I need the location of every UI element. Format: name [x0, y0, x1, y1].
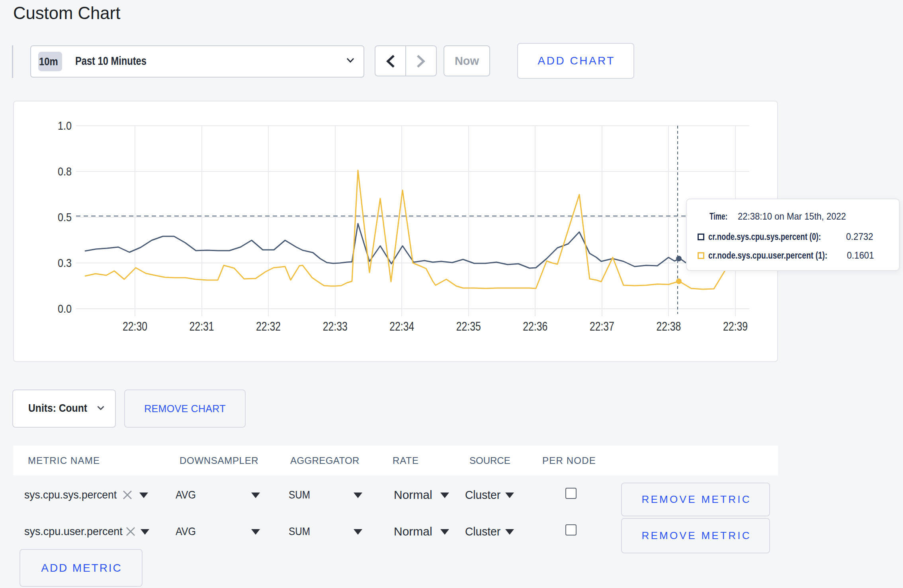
svg-text:22:38: 22:38	[656, 319, 681, 333]
svg-text:22:39: 22:39	[723, 319, 748, 333]
svg-text:0.8: 0.8	[58, 165, 72, 178]
svg-text:0.5: 0.5	[58, 210, 72, 224]
svg-text:0.3: 0.3	[58, 256, 72, 269]
svg-text:22:37: 22:37	[590, 319, 614, 333]
svg-text:22:34: 22:34	[389, 319, 414, 333]
svg-text:22:33: 22:33	[323, 319, 348, 333]
svg-text:22:36: 22:36	[523, 319, 547, 333]
svg-text:22:30: 22:30	[123, 319, 147, 333]
svg-text:0.0: 0.0	[58, 302, 72, 315]
svg-text:22:31: 22:31	[190, 319, 214, 333]
svg-text:22:35: 22:35	[456, 319, 481, 333]
svg-text:22:32: 22:32	[256, 319, 281, 333]
svg-text:1.0: 1.0	[58, 119, 72, 132]
